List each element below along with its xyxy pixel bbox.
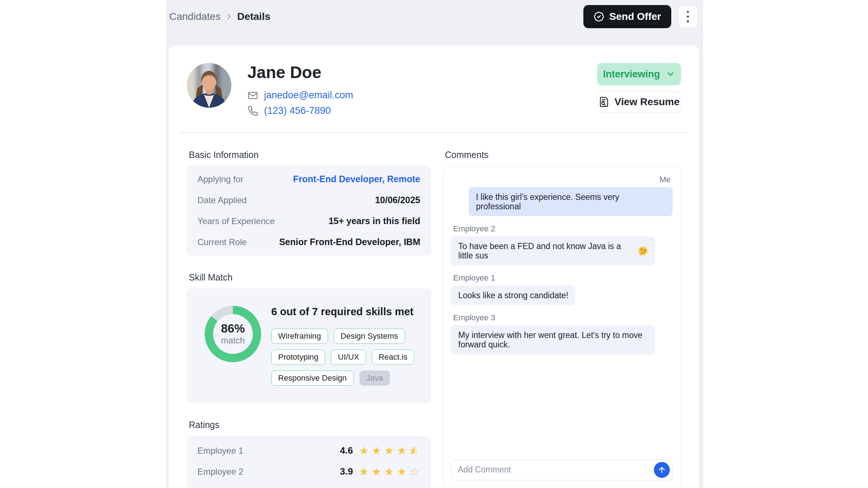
send-comment-button[interactable] bbox=[654, 462, 670, 478]
file-search-icon bbox=[599, 97, 609, 107]
ratings-title: Ratings bbox=[189, 420, 431, 430]
page: Candidates Details Send Offer bbox=[0, 0, 868, 488]
candidate-email-link[interactable]: janedoe@email.com bbox=[264, 90, 353, 101]
status-dropdown[interactable]: Interviewing bbox=[597, 63, 681, 85]
rating-right: 3.9★★★★☆ bbox=[340, 466, 420, 477]
star-icon: ★ bbox=[383, 466, 395, 477]
rating-name: Employee 2 bbox=[197, 467, 243, 477]
star-icon: ★ bbox=[383, 445, 395, 456]
skill-chip: UI/UX bbox=[331, 350, 366, 365]
comment-bubble: To have been a FED and not know Java is … bbox=[451, 236, 655, 265]
skill-match-title: Skill Match bbox=[189, 272, 431, 283]
add-comment-input[interactable] bbox=[451, 459, 673, 480]
info-row-value-link[interactable]: Front-End Developer, Remote bbox=[293, 174, 420, 184]
candidate-card: Jane Doe janedoe@email.com (123) 456-789… bbox=[169, 46, 699, 488]
info-row: Applying forFront-End Developer, Remote bbox=[197, 169, 420, 190]
email-row: janedoe@email.com bbox=[247, 90, 353, 101]
skill-match-panel: 86% match 6 out of 7 required skills met… bbox=[187, 288, 431, 403]
rating-score: 4.6 bbox=[340, 445, 353, 456]
kebab-dot bbox=[687, 20, 689, 22]
info-row: Years of Experience15+ years in this fie… bbox=[197, 211, 420, 232]
skills-met-headline: 6 out of 7 required skills met bbox=[271, 306, 417, 318]
comment-text: To have been a FED and not know Java is … bbox=[458, 241, 635, 260]
skill-chip: Wireframing bbox=[271, 329, 328, 344]
candidate-phone-link[interactable]: (123) 456-7890 bbox=[264, 105, 331, 116]
identity-block: Jane Doe janedoe@email.com (123) 456-789… bbox=[247, 63, 353, 116]
match-percent: 86% bbox=[221, 322, 245, 335]
rating-row: Employee 23.9★★★★☆ bbox=[197, 461, 420, 482]
comment-bubble: I like this girl’s experience. Seems ver… bbox=[469, 187, 673, 216]
comment-text: I like this girl’s experience. Seems ver… bbox=[476, 192, 665, 211]
left-column: Basic Information Applying forFront-End … bbox=[187, 133, 431, 488]
star-icon: ☆★ bbox=[409, 445, 420, 456]
skill-match-donut: 86% match bbox=[205, 306, 261, 362]
content-columns: Basic Information Applying forFront-End … bbox=[169, 133, 699, 488]
info-row-value: 10/06/2025 bbox=[375, 195, 420, 205]
comment-author: Employee 2 bbox=[453, 224, 495, 234]
comment-message: Employee 1Looks like a strong candidate! bbox=[451, 273, 673, 305]
comment-message: MeI like this girl’s experience. Seems v… bbox=[451, 175, 673, 216]
info-row: Date Applied10/06/2025 bbox=[197, 190, 420, 211]
send-offer-label: Send Offer bbox=[609, 11, 661, 22]
chevron-right-icon bbox=[224, 12, 234, 21]
rating-row: Employee 14.6★★★★☆★ bbox=[197, 440, 420, 461]
topbar-actions: Send Offer bbox=[583, 5, 698, 28]
more-options-button[interactable] bbox=[678, 5, 698, 28]
kebab-dot bbox=[687, 11, 689, 13]
ratings-panel: Employee 14.6★★★★☆★Employee 23.9★★★★☆Emp… bbox=[187, 436, 431, 488]
star-rating: ★★★★☆ bbox=[358, 466, 420, 477]
star-icon: ★ bbox=[371, 466, 382, 477]
star-icon: ★ bbox=[396, 445, 408, 456]
right-column: Comments MeI like this girl’s experience… bbox=[443, 133, 681, 488]
info-row-label: Years of Experience bbox=[197, 216, 275, 226]
thinking-face-emoji bbox=[638, 246, 648, 256]
comment-message: Employee 2To have been a FED and not kno… bbox=[451, 224, 673, 265]
skill-chip: Design Systems bbox=[334, 329, 405, 344]
mail-icon bbox=[247, 90, 258, 101]
comment-author: Me bbox=[659, 175, 671, 184]
skill-chip: Prototyping bbox=[271, 350, 325, 365]
comment-text: My interview with her went great. Let's … bbox=[458, 330, 648, 349]
match-caption: match bbox=[221, 335, 244, 346]
breadcrumb-candidates[interactable]: Candidates bbox=[169, 11, 221, 22]
info-row-value: Senior Front-End Developer, IBM bbox=[279, 237, 420, 247]
badge-check-icon bbox=[593, 11, 604, 22]
phone-icon bbox=[247, 106, 258, 116]
top-bar: Candidates Details Send Offer bbox=[166, 0, 703, 46]
info-row-value: 15+ years in this field bbox=[328, 216, 420, 226]
comments-title: Comments bbox=[445, 150, 681, 160]
comments-thread: MeI like this girl’s experience. Seems v… bbox=[451, 174, 673, 459]
rating-score: 3.9 bbox=[340, 466, 353, 477]
breadcrumb-details: Details bbox=[237, 11, 271, 22]
basic-info-panel: Applying forFront-End Developer, RemoteD… bbox=[187, 166, 431, 256]
star-icon: ★ bbox=[396, 466, 408, 477]
star-icon: ★ bbox=[371, 445, 382, 456]
skill-chips: WireframingDesign SystemsPrototypingUI/U… bbox=[271, 329, 417, 386]
info-row: Current RoleSenior Front-End Developer, … bbox=[197, 232, 420, 253]
view-resume-button[interactable]: View Resume bbox=[597, 91, 681, 113]
rating-row: Employee 35★★★★★ bbox=[197, 482, 420, 488]
breadcrumb: Candidates Details bbox=[169, 5, 270, 28]
star-icon: ★ bbox=[358, 466, 370, 477]
arrow-up-icon bbox=[658, 466, 666, 474]
rating-name: Employee 1 bbox=[197, 446, 243, 456]
view-resume-label: View Resume bbox=[614, 96, 680, 108]
star-icon: ☆ bbox=[409, 466, 420, 477]
donut-center: 86% match bbox=[213, 314, 253, 354]
kebab-dot bbox=[687, 16, 689, 18]
chevron-down-icon bbox=[666, 69, 675, 79]
skill-details: 6 out of 7 required skills met Wireframi… bbox=[271, 306, 417, 386]
send-offer-button[interactable]: Send Offer bbox=[583, 5, 671, 28]
candidate-name: Jane Doe bbox=[247, 63, 353, 82]
profile-actions: Interviewing View Resume bbox=[597, 63, 681, 116]
comments-panel: MeI like this girl’s experience. Seems v… bbox=[443, 166, 681, 488]
comment-text: Looks like a strong candidate! bbox=[458, 291, 568, 300]
info-row-label: Applying for bbox=[197, 174, 243, 184]
status-label: Interviewing bbox=[603, 69, 660, 80]
skill-chip-unmatched: Java bbox=[359, 371, 390, 386]
app-container: Candidates Details Send Offer bbox=[166, 0, 703, 488]
info-row-label: Date Applied bbox=[197, 195, 247, 205]
profile-header: Jane Doe janedoe@email.com (123) 456-789… bbox=[169, 46, 699, 116]
star-icon: ★ bbox=[358, 445, 370, 456]
info-row-label: Current Role bbox=[197, 237, 247, 247]
